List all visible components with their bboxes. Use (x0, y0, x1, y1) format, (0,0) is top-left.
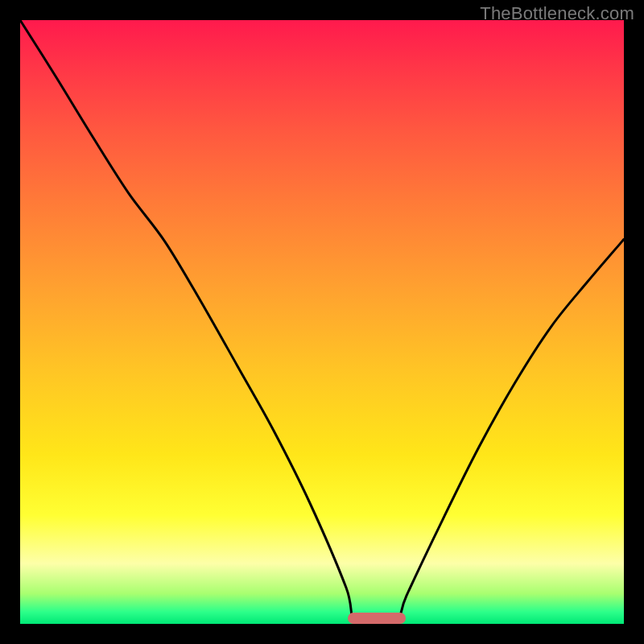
watermark-text: TheBottleneck.com (480, 3, 634, 24)
chart-frame: TheBottleneck.com (0, 0, 644, 644)
curve-path (20, 20, 624, 624)
curve-svg (20, 20, 624, 624)
plot-area (20, 20, 624, 624)
optimum-marker (348, 613, 406, 624)
